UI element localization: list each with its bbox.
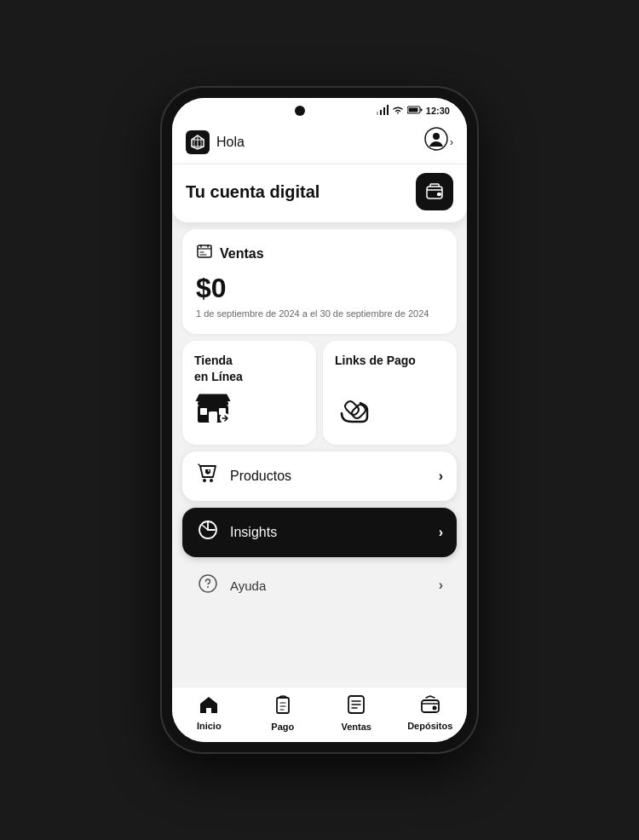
user-avatar-icon bbox=[424, 127, 448, 157]
insights-chevron-icon: › bbox=[439, 525, 443, 540]
svg-rect-25 bbox=[422, 700, 439, 712]
tienda-card[interactable]: Tiendaen Línea bbox=[182, 341, 316, 444]
productos-label: Productos bbox=[230, 469, 429, 484]
status-right: 12:30 bbox=[377, 105, 450, 117]
svg-point-26 bbox=[432, 706, 436, 711]
tienda-icon bbox=[194, 391, 232, 433]
svg-marker-3 bbox=[377, 112, 378, 115]
user-button[interactable]: › bbox=[424, 127, 453, 157]
productos-chevron-icon: › bbox=[439, 469, 443, 484]
ayuda-label: Ayuda bbox=[230, 578, 429, 593]
signal-icon bbox=[377, 105, 389, 117]
productos-item[interactable]: Productos › bbox=[182, 452, 457, 501]
svg-marker-2 bbox=[380, 110, 382, 115]
digital-account-title: Tu cuenta digital bbox=[186, 182, 320, 202]
header-greeting: Hola bbox=[216, 135, 245, 150]
insights-item[interactable]: Insights › bbox=[182, 508, 457, 557]
header-left: Hola bbox=[186, 130, 245, 154]
ayuda-chevron-icon: › bbox=[439, 578, 443, 593]
productos-icon bbox=[196, 463, 220, 489]
links-pago-title: Links de Pago bbox=[335, 353, 445, 368]
depositos-icon bbox=[420, 695, 440, 719]
wifi-icon bbox=[392, 106, 404, 116]
svg-point-20 bbox=[208, 469, 210, 471]
links-pago-icon bbox=[335, 389, 372, 433]
ventas-icon bbox=[196, 243, 213, 264]
user-chevron-icon: › bbox=[450, 136, 453, 148]
svg-rect-5 bbox=[408, 108, 417, 112]
svg-rect-11 bbox=[198, 245, 211, 257]
svg-point-8 bbox=[433, 133, 440, 140]
insights-icon bbox=[196, 520, 220, 545]
ventas-date: 1 de septiembre de 2024 a el 30 de septi… bbox=[196, 308, 443, 320]
ventas-amount: $0 bbox=[196, 273, 443, 304]
phone-screen: 12:30 Hola bbox=[172, 98, 467, 742]
ventas-nav-icon bbox=[347, 694, 366, 720]
nav-item-pago[interactable]: Pago bbox=[246, 694, 320, 732]
ayuda-item[interactable]: Ayuda › bbox=[182, 564, 457, 607]
inicio-icon bbox=[199, 695, 219, 719]
app-logo bbox=[186, 130, 210, 154]
ayuda-icon bbox=[196, 574, 220, 597]
svg-marker-1 bbox=[383, 107, 385, 115]
svg-rect-15 bbox=[200, 408, 207, 415]
bottom-nav: Inicio Pago bbox=[172, 687, 467, 742]
pago-icon bbox=[273, 694, 292, 720]
nav-item-inicio[interactable]: Inicio bbox=[172, 695, 246, 731]
links-pago-card[interactable]: Links de Pago bbox=[323, 341, 457, 444]
wallet-button[interactable] bbox=[416, 173, 453, 210]
ventas-label: Ventas bbox=[220, 246, 264, 262]
camera-dot bbox=[295, 106, 305, 116]
inicio-label: Inicio bbox=[197, 721, 222, 731]
ventas-card[interactable]: Ventas $0 1 de septiembre de 2024 a el 3… bbox=[182, 229, 457, 334]
pago-label: Pago bbox=[271, 722, 294, 732]
status-center bbox=[295, 106, 305, 116]
svg-marker-0 bbox=[387, 105, 389, 115]
main-content: Ventas $0 1 de septiembre de 2024 a el 3… bbox=[172, 229, 467, 687]
svg-point-19 bbox=[210, 479, 213, 482]
svg-rect-6 bbox=[420, 109, 422, 112]
nav-item-depositos[interactable]: Depósitos bbox=[394, 695, 468, 731]
digital-account-section: Tu cuenta digital bbox=[172, 164, 467, 222]
depositos-label: Depósitos bbox=[407, 721, 452, 731]
nav-item-ventas[interactable]: Ventas bbox=[320, 694, 394, 732]
time-display: 12:30 bbox=[426, 106, 450, 116]
svg-rect-12 bbox=[198, 401, 228, 406]
svg-rect-14 bbox=[209, 411, 217, 423]
svg-point-23 bbox=[207, 586, 209, 588]
status-bar: 12:30 bbox=[172, 98, 467, 120]
tienda-title: Tiendaen Línea bbox=[194, 353, 304, 383]
grid-row: Tiendaen Línea bbox=[182, 341, 457, 444]
battery-icon bbox=[407, 106, 423, 116]
ventas-header: Ventas bbox=[196, 243, 443, 264]
svg-rect-10 bbox=[437, 193, 441, 196]
svg-point-18 bbox=[203, 479, 206, 482]
app-header: Hola › bbox=[172, 120, 467, 164]
ventas-nav-label: Ventas bbox=[342, 722, 371, 732]
insights-label: Insights bbox=[230, 525, 429, 540]
phone-frame: 12:30 Hola bbox=[162, 88, 477, 752]
